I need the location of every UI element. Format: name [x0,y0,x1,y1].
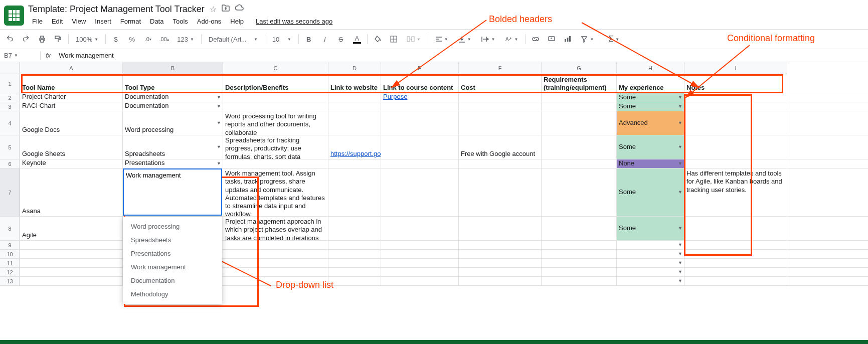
cell-E3[interactable] [381,102,459,111]
dropdown-toggle[interactable]: ▼ [217,104,221,109]
cell-E13[interactable] [381,277,459,285]
cell-G12[interactable] [542,268,617,276]
cell-I10[interactable] [684,250,787,258]
borders-button[interactable] [388,33,400,45]
cell-A12[interactable] [20,268,123,276]
menu-add-ons[interactable]: Add-ons [193,16,225,27]
cell-H4[interactable]: Advanced▼ [617,111,684,135]
cell-D10[interactable] [328,250,381,258]
row-header-7[interactable]: 7 [0,168,20,217]
cell-D13[interactable] [328,277,381,285]
font-size-combo[interactable]: 10▼ [269,35,294,44]
menu-insert[interactable]: Insert [91,16,115,27]
cell-G7[interactable] [542,168,617,216]
cell-I6[interactable] [684,159,787,168]
col-header-F[interactable]: F [459,62,542,74]
cell-D3[interactable] [328,102,381,111]
dec-increase-button[interactable]: .00▴ [158,33,170,45]
col-header-B[interactable]: B [123,62,223,74]
col-header-G[interactable]: G [542,62,617,74]
cell-H13[interactable]: ▼ [617,277,684,285]
bold-button[interactable]: B [303,33,315,45]
dropdown-toggle[interactable]: ▼ [678,120,682,126]
doc-title[interactable]: Template: Project Management Tool Tracke… [28,4,205,15]
cell-I5[interactable] [684,135,787,159]
cell-G11[interactable] [542,259,617,267]
cell-H5[interactable]: Some▼ [617,135,684,159]
move-icon[interactable] [222,5,230,14]
cell-H2[interactable]: Some▼ [617,93,684,102]
header-cell-I[interactable]: Notes [684,74,787,93]
undo-button[interactable] [4,33,16,45]
cell-E10[interactable] [381,250,459,258]
cell-H7[interactable]: Some▼ [617,168,684,216]
cell-H10[interactable]: ▼ [617,250,684,258]
menu-edit[interactable]: Edit [48,16,67,27]
rotate-button[interactable]: A▼ [502,35,521,44]
dropdown-option[interactable]: Presentations [123,247,222,260]
cell-A9[interactable] [20,241,123,249]
header-cell-D[interactable]: Link to website [328,74,381,93]
row-header-2[interactable]: 2 [0,93,20,102]
filter-button[interactable]: ▼ [578,35,597,44]
fill-color-button[interactable] [372,33,384,45]
cell-E7[interactable] [381,168,459,216]
row-header-8[interactable]: 8 [0,217,20,241]
cell-D11[interactable] [328,259,381,267]
cell-A7[interactable]: Asana [20,168,123,216]
cell-B4[interactable]: Word processing▼ [123,111,223,135]
link-button[interactable] [530,33,542,45]
dropdown-toggle[interactable]: ▼ [678,104,682,109]
comment-button[interactable]: + [546,33,558,45]
cell-editor[interactable] [123,168,222,216]
row-header-4[interactable]: 4 [0,111,20,135]
cell-D9[interactable] [328,241,381,249]
cell-F8[interactable] [459,217,542,240]
cell-F5[interactable]: Free with Google account [459,135,542,159]
menu-tools[interactable]: Tools [168,16,192,27]
cell-E11[interactable] [381,259,459,267]
dropdown-option[interactable]: Spreadsheets [123,233,222,247]
cell-C12[interactable] [223,268,328,276]
menu-file[interactable]: File [28,16,47,27]
valign-button[interactable]: ▼ [455,35,474,44]
cell-G13[interactable] [542,277,617,285]
cell-A11[interactable] [20,259,123,267]
menu-help[interactable]: Help [226,16,248,27]
cell-E4[interactable] [381,111,459,135]
cell-D6[interactable] [328,159,381,168]
cell-C4[interactable]: Word processing tool for writing reports… [223,111,328,135]
cell-A3[interactable]: RACI Chart [20,102,123,111]
cell-C2[interactable] [223,93,328,102]
wrap-button[interactable]: ▼ [478,35,498,44]
more-formats-combo[interactable]: 123▼ [174,35,197,44]
dropdown-option[interactable]: Work management [123,260,222,274]
cell-C5[interactable]: Spreadsheets for tracking progress, prod… [223,135,328,159]
name-box[interactable]: B7▼ [0,52,40,59]
col-header-H[interactable]: H [617,62,684,74]
dropdown-toggle[interactable]: ▼ [678,242,682,248]
row-header-13[interactable]: 13 [0,277,20,286]
paint-format-button[interactable] [52,33,64,45]
dropdown-option[interactable]: Documentation [123,274,222,287]
cell-I7[interactable]: Has different templates and tools for Ag… [684,168,787,216]
cell-F9[interactable] [459,241,542,249]
cell-E5[interactable] [381,135,459,159]
cell-I4[interactable] [684,111,787,135]
cell-G3[interactable] [542,102,617,111]
cell-I13[interactable] [684,277,787,285]
cell-C8[interactable]: Project management approach in which pro… [223,217,328,240]
cell-C6[interactable] [223,159,328,168]
cell-A4[interactable]: Google Docs [20,111,123,135]
cell-I3[interactable] [684,102,787,111]
cell-D4[interactable] [328,111,381,135]
header-cell-C[interactable]: Description/Benefits [223,74,328,93]
cell-E2[interactable]: Project charters: Purpose [381,93,459,102]
row-header-6[interactable]: 6 [0,159,20,168]
dropdown-toggle[interactable]: ▼ [678,251,682,257]
cell-H12[interactable]: ▼ [617,268,684,276]
col-header-I[interactable]: I [684,62,787,74]
functions-button[interactable]: Σ▼ [605,34,622,45]
col-header-A[interactable]: A [20,62,123,74]
cell-G5[interactable] [542,135,617,159]
